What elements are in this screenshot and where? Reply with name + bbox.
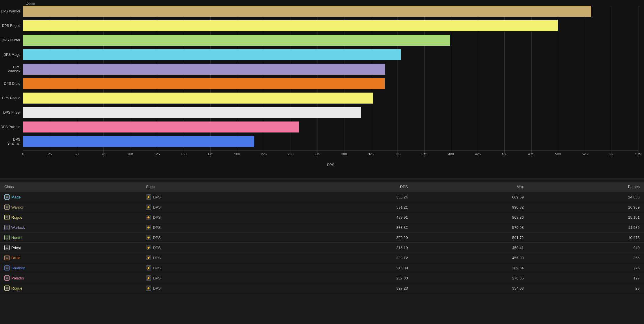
- grid-container: DPS WarriorDPS RogueDPS HunterDPS MageDP…: [23, 6, 638, 158]
- x-tick-label: 200: [234, 152, 240, 156]
- bar-row: DPS Priest: [23, 107, 638, 118]
- cell-spec: ⚡DPS: [142, 283, 283, 293]
- bar-label: DPS Warlock: [0, 65, 23, 73]
- class-name: Shaman: [11, 266, 25, 270]
- cell-max: 334.03: [412, 283, 528, 293]
- bar-label: DPS Hunter: [0, 38, 23, 42]
- spec-icon: ⚡: [146, 194, 151, 200]
- cell-dps: 257.83: [283, 273, 412, 283]
- cell-class: ⚔Shaman: [0, 263, 142, 273]
- cell-dps: 399.20: [283, 233, 412, 243]
- spec-icon: ⚡: [146, 265, 151, 270]
- bar-fill: [23, 122, 299, 132]
- section-divider: [0, 178, 644, 179]
- header-spec[interactable]: Spec: [142, 182, 283, 192]
- cell-class: ⚔Hunter: [0, 233, 142, 243]
- class-icon: ⚔: [4, 235, 10, 240]
- x-tick-label: 450: [501, 152, 507, 156]
- cell-parses: 10,473: [528, 233, 644, 243]
- x-tick-label: 500: [555, 152, 561, 156]
- header-class[interactable]: Class: [0, 182, 142, 192]
- spec-icon: ⚡: [146, 235, 151, 240]
- table-row[interactable]: ⚔Rogue⚡DPS327.23334.0328: [0, 283, 644, 293]
- cell-parses: 15,101: [528, 212, 644, 222]
- x-tick-label: 575: [635, 152, 641, 156]
- bar-row: DPS Paladin: [23, 122, 638, 132]
- x-tick-label: 475: [528, 152, 534, 156]
- spec-icon: ⚡: [146, 225, 151, 230]
- bar-label: DPS Priest: [0, 111, 23, 115]
- x-tick-label: 275: [314, 152, 320, 156]
- x-tick-label: 25: [48, 152, 52, 156]
- bar-row: DPS Mage: [23, 49, 638, 60]
- cell-dps: 353.24: [283, 192, 412, 202]
- bar-fill: [23, 6, 591, 17]
- class-name: Rogue: [11, 215, 22, 220]
- cell-max: 990.82: [412, 202, 528, 212]
- table-row[interactable]: ⚔Mage⚡DPS353.24669.6924,058: [0, 192, 644, 202]
- cell-max: 669.69: [412, 192, 528, 202]
- cell-max: 591.72: [412, 233, 528, 243]
- class-icon: ⚔: [4, 275, 10, 281]
- x-tick-label: 250: [288, 152, 293, 156]
- bar-container: [23, 136, 638, 147]
- table-row[interactable]: ⚔Warlock⚡DPS338.32579.9811,985: [0, 222, 644, 233]
- bar-row: DPS Warlock: [23, 64, 638, 75]
- table-row[interactable]: ⚔Priest⚡DPS316.19450.41940: [0, 243, 644, 253]
- bar-container: [23, 20, 638, 31]
- cell-spec: ⚡DPS: [142, 222, 283, 233]
- x-tick-label: 175: [207, 152, 213, 156]
- bar-fill: [23, 35, 450, 46]
- cell-dps: 216.09: [283, 263, 412, 273]
- class-name: Hunter: [11, 235, 23, 240]
- table-row[interactable]: ⚔Paladin⚡DPS257.83278.85127: [0, 273, 644, 283]
- bar-row: DPS Druid: [23, 78, 638, 89]
- table-row[interactable]: ⚔Warrior⚡DPS531.21990.8216,969: [0, 202, 644, 212]
- bar-container: [23, 6, 638, 17]
- cell-parses: 275: [528, 263, 644, 273]
- cell-parses: 16,969: [528, 202, 644, 212]
- x-tick-label: 125: [154, 152, 160, 156]
- table-row[interactable]: ⚔Rogue⚡DPS499.91863.3615,101: [0, 212, 644, 222]
- spec-icon: ⚡: [146, 245, 151, 250]
- x-tick-label: 425: [475, 152, 481, 156]
- table-row[interactable]: ⚔Hunter⚡DPS399.20591.7210,473: [0, 233, 644, 243]
- header-max[interactable]: Max: [412, 182, 528, 192]
- bar-label: DPS Rogue: [0, 24, 23, 28]
- cell-spec: ⚡DPS: [142, 273, 283, 283]
- cell-dps: 499.91: [283, 212, 412, 222]
- bar-label: DPS Mage: [0, 53, 23, 57]
- class-icon: ⚔: [4, 286, 10, 291]
- cell-dps: 338.32: [283, 222, 412, 233]
- cell-class: ⚔Warlock: [0, 222, 142, 233]
- cell-spec: ⚡DPS: [142, 253, 283, 263]
- spec-icon: ⚡: [146, 255, 151, 260]
- table-row[interactable]: ⚔Shaman⚡DPS216.09269.84275: [0, 263, 644, 273]
- bar-label: DPS Shaman: [0, 137, 23, 146]
- spec-name: DPS: [153, 286, 161, 290]
- table-section: Class Spec DPS Max Parses ⚔Mage⚡DPS353.2…: [0, 182, 644, 293]
- spec-icon: ⚡: [146, 205, 151, 210]
- bar-label: DPS Warrior: [0, 9, 23, 13]
- cell-spec: ⚡DPS: [142, 212, 283, 222]
- spec-name: DPS: [153, 215, 161, 220]
- header-parses[interactable]: Parses: [528, 182, 644, 192]
- bar-fill: [23, 78, 385, 89]
- header-dps[interactable]: DPS: [283, 182, 412, 192]
- bar-container: [23, 64, 638, 75]
- x-tick-label: 75: [101, 152, 105, 156]
- bar-container: [23, 93, 638, 104]
- cell-parses: 11,985: [528, 222, 644, 233]
- bar-row: DPS Rogue: [23, 20, 638, 31]
- bar-row: DPS Rogue: [23, 93, 638, 104]
- cell-spec: ⚡DPS: [142, 192, 283, 202]
- table-row[interactable]: ⚔Druid⚡DPS338.12456.99365: [0, 253, 644, 263]
- bar-label: DPS Rogue: [0, 96, 23, 100]
- spec-name: DPS: [153, 276, 161, 280]
- x-tick-label: 0: [22, 152, 24, 156]
- x-tick-label: 225: [261, 152, 267, 156]
- x-tick-label: 350: [395, 152, 400, 156]
- bar-container: [23, 35, 638, 46]
- x-tick-label: 50: [75, 152, 79, 156]
- cell-dps: 531.21: [283, 202, 412, 212]
